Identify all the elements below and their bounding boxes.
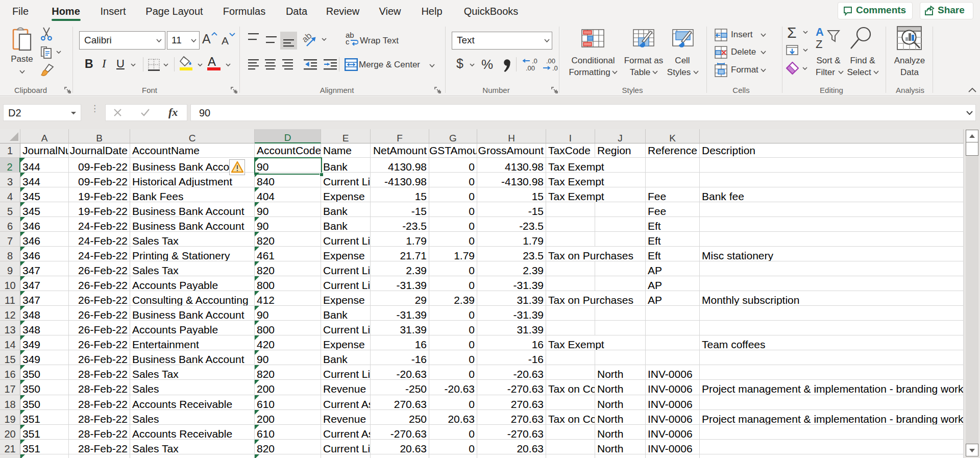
svg-text:.00: .00 (546, 58, 555, 65)
svg-text:.0: .0 (532, 58, 537, 65)
svg-text:.00: .00 (526, 64, 535, 72)
svg-text:.0: .0 (552, 64, 558, 72)
